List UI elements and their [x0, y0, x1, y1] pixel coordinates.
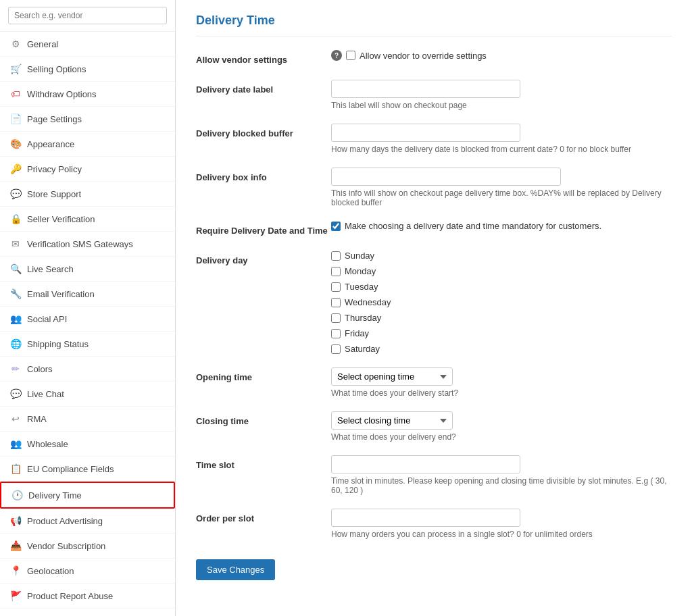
day-checkbox-tuesday[interactable] [331, 282, 341, 292]
delivery-blocked-buffer-control: 0 How many days the delivery date is blo… [331, 124, 672, 154]
sidebar-icon-appearance: 🎨 [9, 138, 22, 150]
sidebar-icon-geolocation: 📍 [9, 565, 22, 577]
sidebar-icon-store-support: 💬 [9, 188, 22, 200]
day-checkbox-saturday[interactable] [331, 344, 341, 354]
day-label-sunday: Sunday [345, 251, 374, 261]
sidebar-item-eu-compliance[interactable]: 📋 EU Compliance Fields [0, 457, 175, 482]
day-item-wednesday: Wednesday [331, 297, 672, 307]
sidebar-label-store-support: Store Support [27, 189, 81, 199]
sidebar-icon-seller-verification: 🔒 [9, 213, 22, 225]
day-label-saturday: Saturday [345, 344, 380, 354]
sidebar: ⚙ General 🛒 Selling Options 🏷 Withdraw O… [0, 0, 176, 616]
sidebar-item-seller-verification[interactable]: 🔒 Seller Verification [0, 207, 175, 232]
delivery-blocked-buffer-input[interactable]: 0 [331, 124, 520, 142]
sidebar-icon-shipping-status: 🌐 [9, 338, 22, 350]
days-list: Sunday Monday Tuesday Wednesday Thursday… [331, 251, 672, 354]
day-checkbox-monday[interactable] [331, 267, 341, 276]
sidebar-item-general[interactable]: ⚙ General [0, 32, 175, 57]
delivery-box-info-hint: This info will show on checkout page del… [331, 188, 672, 207]
sidebar-label-geolocation: Geolocation [27, 566, 74, 576]
day-label-thursday: Thursday [345, 313, 381, 323]
sidebar-item-store-support[interactable]: 💬 Store Support [0, 182, 175, 207]
opening-time-select[interactable]: Select opening time [331, 367, 453, 386]
sidebar-icon-social-api: 👥 [9, 313, 22, 325]
sidebar-item-shipping-status[interactable]: 🌐 Shipping Status [0, 332, 175, 357]
opening-time-row: Opening time Select opening time What ti… [196, 367, 672, 398]
sidebar-item-vendor-subscription[interactable]: 📥 Vendor Subscription [0, 534, 175, 559]
day-item-tuesday: Tuesday [331, 282, 672, 292]
sidebar-item-live-search[interactable]: 🔍 Live Search [0, 257, 175, 282]
sidebar-item-page-settings[interactable]: 📄 Page Settings [0, 107, 175, 132]
sidebar-item-appearance[interactable]: 🎨 Appearance [0, 132, 175, 157]
sidebar-item-live-chat[interactable]: 💬 Live Chat [0, 382, 175, 407]
delivery-box-info-control: This store needs %DAY% day(s) to process… [331, 168, 672, 207]
day-label-monday: Monday [345, 266, 376, 276]
delivery-blocked-buffer-label: Delivery blocked buffer [196, 124, 331, 140]
allow-vendor-label: Allow vendor settings [196, 50, 331, 66]
day-checkbox-sunday[interactable] [331, 251, 341, 261]
save-changes-button[interactable]: Save Changes [196, 559, 275, 580]
order-per-slot-control: 0 How many orders you can process in a s… [331, 509, 672, 539]
sidebar-icon-vendor-subscription: 📥 [9, 540, 22, 552]
sidebar-item-email-verification[interactable]: 🔧 Email Verification [0, 282, 175, 307]
sidebar-item-selling-options[interactable]: 🛒 Selling Options [0, 57, 175, 82]
sidebar-icon-delivery-time: 🕐 [11, 489, 23, 501]
day-item-saturday: Saturday [331, 344, 672, 354]
sidebar-item-withdraw-options[interactable]: 🏷 Withdraw Options [0, 82, 175, 107]
sidebar-item-product-report-abuse[interactable]: 🚩 Product Report Abuse [0, 584, 175, 609]
sidebar-search-container [0, 0, 175, 32]
sidebar-icon-email-verification: 🔧 [9, 288, 22, 300]
time-slot-row: Time slot 0 Time slot in minutes. Please… [196, 455, 672, 495]
sidebar-label-wholesale: Wholesale [27, 439, 68, 449]
delivery-box-info-row: Delivery box info This store needs %DAY%… [196, 168, 672, 207]
sidebar-label-social-api: Social API [27, 314, 67, 324]
require-delivery-checkbox[interactable] [331, 222, 341, 231]
order-per-slot-input[interactable]: 0 [331, 509, 520, 527]
sidebar-item-delivery-time[interactable]: 🕐 Delivery Time [0, 482, 175, 509]
sidebar-icon-live-search: 🔍 [9, 263, 22, 275]
sidebar-item-rma[interactable]: ↩ RMA [0, 407, 175, 432]
allow-vendor-checkbox-label: Allow vendor to override settings [360, 51, 487, 61]
sidebar-label-appearance: Appearance [27, 139, 74, 149]
delivery-day-control: Sunday Monday Tuesday Wednesday Thursday… [331, 251, 672, 354]
closing-time-select[interactable]: Select closing time [331, 411, 453, 430]
sidebar-label-privacy-policy: Privacy Policy [27, 164, 82, 174]
delivery-blocked-buffer-hint: How many days the delivery date is block… [331, 145, 672, 154]
sidebar-item-product-advertising[interactable]: 📢 Product Advertising [0, 509, 175, 534]
time-slot-hint: Time slot in minutes. Please keep openin… [331, 476, 672, 495]
sidebar-label-page-settings: Page Settings [27, 114, 82, 124]
closing-time-hint: What time does your delivery end? [331, 432, 672, 442]
require-delivery-label: Require Delivery Date and Time [196, 221, 331, 237]
closing-time-control: Select closing time What time does your … [331, 411, 672, 442]
sidebar-item-verification-sms[interactable]: ✉ Verification SMS Gateways [0, 232, 175, 257]
sidebar-item-social-api[interactable]: 👥 Social API [0, 307, 175, 332]
sidebar-label-product-advertising: Product Advertising [27, 516, 103, 526]
delivery-date-input[interactable]: Delivery Date [331, 80, 520, 98]
allow-vendor-control: ? Allow vendor to override settings [331, 50, 672, 61]
sidebar-label-eu-compliance: EU Compliance Fields [27, 464, 114, 474]
time-slot-input[interactable]: 0 [331, 455, 520, 473]
day-label-wednesday: Wednesday [345, 297, 391, 307]
require-delivery-control: Make choosing a delivery date and time m… [331, 221, 672, 231]
sidebar-icon-verification-sms: ✉ [9, 238, 22, 250]
sidebar-item-single-product-multivendor[interactable]: 👥 Single Product MultiVendor [0, 609, 175, 616]
allow-vendor-checkbox[interactable] [346, 51, 355, 60]
opening-time-hint: What time does your delivery start? [331, 388, 672, 398]
day-item-friday: Friday [331, 328, 672, 338]
sidebar-icon-selling-options: 🛒 [9, 63, 22, 75]
delivery-box-info-input[interactable]: This store needs %DAY% day(s) to process… [331, 168, 561, 186]
sidebar-item-privacy-policy[interactable]: 🔑 Privacy Policy [0, 157, 175, 182]
day-checkbox-wednesday[interactable] [331, 298, 341, 307]
day-checkbox-thursday[interactable] [331, 313, 341, 323]
allow-vendor-row: Allow vendor settings ? Allow vendor to … [196, 50, 672, 66]
sidebar-label-shipping-status: Shipping Status [27, 339, 89, 349]
sidebar-icon-general: ⚙ [9, 38, 22, 50]
sidebar-item-geolocation[interactable]: 📍 Geolocation [0, 559, 175, 584]
day-checkbox-friday[interactable] [331, 329, 341, 338]
sidebar-item-colors[interactable]: ✏ Colors [0, 357, 175, 382]
sidebar-search-input[interactable] [8, 7, 167, 24]
sidebar-icon-eu-compliance: 📋 [9, 463, 22, 475]
sidebar-label-live-search: Live Search [27, 264, 74, 274]
delivery-date-label-row: Delivery date label Delivery Date This l… [196, 80, 672, 110]
sidebar-item-wholesale[interactable]: 👥 Wholesale [0, 432, 175, 457]
